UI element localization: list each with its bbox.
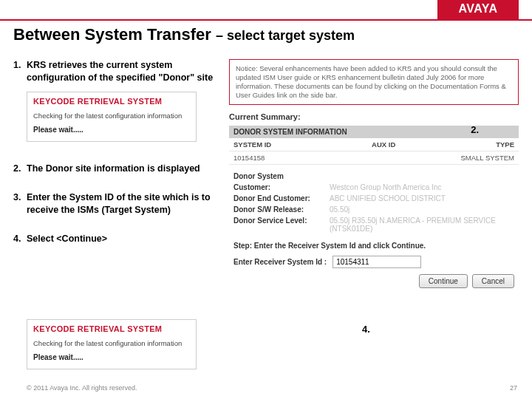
donor-info-bar-text: DONOR SYSTEM INFORMATION — [233, 128, 347, 136]
val-type: SMALL SYSTEM — [460, 154, 514, 162]
donor-details: Donor System Customer:Westcon Group Nort… — [229, 171, 519, 234]
step-3-text: Enter the System ID of the site which is… — [27, 192, 211, 215]
donor-svc-label: Donor Service Level: — [233, 216, 330, 233]
step-instruction: Step: Enter the Receiver System Id and c… — [233, 242, 514, 250]
donor-table-head: SYSTEM ID AUX ID TYPE — [229, 138, 519, 151]
page-title: Between System Transfer – select target … — [13, 25, 355, 44]
notice-box: Notice: Several enhancements have been a… — [229, 59, 519, 105]
krs-subtext: Checking for the latest configuration in… — [33, 112, 190, 120]
step-3: 3. Enter the System ID of the site which… — [13, 191, 220, 216]
summary-label: Current Summary: — [229, 112, 519, 121]
col-system-id: SYSTEM ID — [233, 140, 271, 149]
continue-button[interactable]: Continue — [419, 274, 468, 288]
krs-box-1: KEYCODE RETRIEVAL SYSTEM Checking for th… — [27, 92, 197, 142]
step-2-text: The Donor site information is displayed — [27, 163, 200, 174]
donor-info-bar: DONOR SYSTEM INFORMATION 2. — [229, 126, 519, 138]
footer: © 2011 Avaya Inc. All rights reserved. 2… — [27, 384, 517, 392]
title-main: Between System Transfer — [13, 25, 211, 44]
step-1-text: KRS retrieves the current system configu… — [27, 60, 213, 83]
donor-end-label: Donor End Customer: — [233, 194, 330, 202]
donor-sw-label: Donor S/W Release: — [233, 205, 330, 214]
donor-svc-val: 05.50j R35.50j N.AMERICA - PREMIUM SERVI… — [330, 216, 514, 233]
title-sub: – select target system — [216, 28, 355, 43]
brand-divider — [0, 19, 532, 21]
callout-4: 4. — [362, 324, 370, 335]
donor-end-val: ABC UNIFIED SCHOOL DISTRICT — [330, 194, 514, 202]
cancel-button[interactable]: Cancel — [472, 274, 514, 288]
step-2-num: 2. — [13, 163, 27, 175]
krs-wait-2: Please wait..... — [33, 353, 190, 361]
step-4-num: 4. — [13, 233, 27, 245]
krs-heading-2: KEYCODE RETRIEVAL SYSTEM — [33, 324, 190, 333]
receiver-label: Enter Receiver System Id : — [233, 258, 327, 266]
val-system-id: 10154158 — [233, 154, 265, 162]
krs-wait: Please wait..... — [33, 126, 190, 134]
step-1: 1. KRS retrieves the current system conf… — [13, 59, 220, 84]
page-number: 27 — [510, 384, 517, 392]
step-4-text: Select <Continue> — [27, 233, 107, 244]
receiver-input[interactable] — [332, 256, 421, 268]
donor-table-row: 10154158 SMALL SYSTEM — [229, 151, 519, 165]
receiver-row: Enter Receiver System Id : — [233, 256, 514, 268]
col-type: TYPE — [496, 140, 514, 149]
brand-logo: AVAYA — [437, 0, 519, 19]
donor-system-head: Donor System — [233, 172, 330, 180]
notice-text: Notice: Several enhancements have been a… — [236, 64, 506, 99]
callout-2: 2. — [471, 124, 479, 135]
copyright: © 2011 Avaya Inc. All rights reserved. — [27, 384, 137, 392]
krs-heading: KEYCODE RETRIEVAL SYSTEM — [33, 97, 190, 106]
step-2: 2. The Donor site information is display… — [13, 163, 220, 175]
step-1-num: 1. — [13, 59, 27, 84]
donor-customer-val: Westcon Group North America Inc — [330, 183, 514, 191]
step-3-num: 3. — [13, 191, 27, 216]
step-4: 4. Select <Continue> — [13, 233, 220, 245]
krs-box-2: KEYCODE RETRIEVAL SYSTEM Checking for th… — [27, 319, 197, 369]
donor-customer-label: Customer: — [233, 183, 330, 191]
right-panel: Notice: Several enhancements have been a… — [229, 59, 519, 293]
col-aux-id: AUX ID — [372, 140, 395, 149]
donor-sw-val: 05.50j — [330, 205, 514, 214]
krs-subtext-2: Checking for the latest configuration in… — [33, 339, 190, 347]
